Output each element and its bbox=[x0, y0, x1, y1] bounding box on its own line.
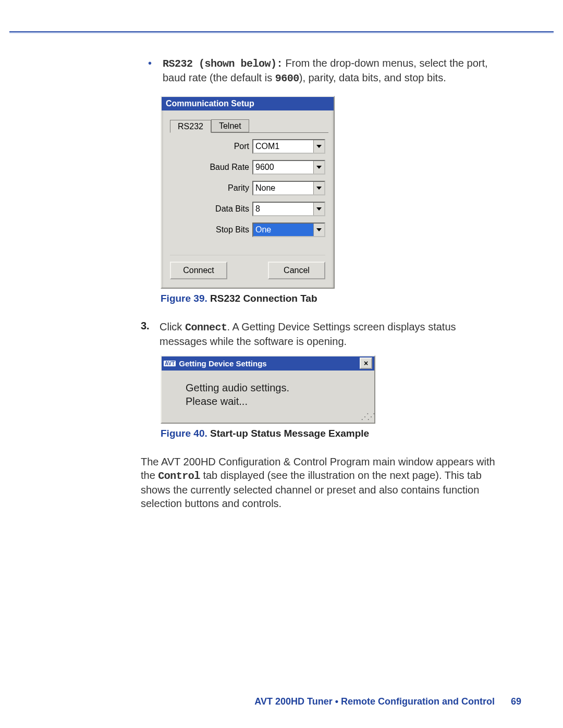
combo-stop-bits[interactable]: One bbox=[252, 223, 325, 237]
dialog-titlebar: AVT Getting Device Settings × bbox=[162, 356, 374, 371]
combo-baud-rate-value: 9600 bbox=[253, 161, 313, 174]
bullet-code: 9600 bbox=[275, 72, 299, 84]
chevron-down-icon[interactable] bbox=[313, 161, 324, 174]
tab-telnet[interactable]: Telnet bbox=[211, 119, 249, 132]
cancel-button[interactable]: Cancel bbox=[268, 262, 325, 279]
combo-port[interactable]: COM1 bbox=[252, 139, 325, 154]
row-baud-rate: Baud Rate 9600 bbox=[162, 160, 325, 175]
combo-port-value: COM1 bbox=[253, 140, 313, 153]
label-parity: Parity bbox=[193, 183, 252, 193]
bullet-marker: • bbox=[141, 56, 163, 85]
communication-setup-panel: Communication Setup RS232 Telnet Port CO… bbox=[161, 96, 335, 289]
chevron-down-icon[interactable] bbox=[313, 140, 324, 153]
label-port: Port bbox=[193, 142, 252, 151]
step3-connect-word: Connect bbox=[185, 322, 227, 334]
combo-data-bits-value: 8 bbox=[253, 203, 313, 215]
connect-button[interactable]: Connect bbox=[170, 262, 227, 279]
footer-page: 69 bbox=[511, 696, 521, 707]
dialog-body: Getting audio settings. Please wait... bbox=[162, 371, 374, 423]
dialog-line1: Getting audio settings. bbox=[186, 381, 362, 394]
dialog-title-text: Getting Device Settings bbox=[179, 359, 266, 368]
tab-rs232[interactable]: RS232 bbox=[170, 120, 211, 133]
bullet-lead: RS232 (shown below): bbox=[163, 58, 283, 70]
avt-chip: AVT bbox=[164, 361, 176, 366]
step-3: 3. Click Connect. A Getting Device Setti… bbox=[141, 320, 500, 348]
step-3-marker: 3. bbox=[141, 320, 160, 348]
para-control-word: Control bbox=[158, 470, 200, 482]
chevron-down-icon[interactable] bbox=[313, 224, 324, 236]
combo-parity[interactable]: None bbox=[252, 181, 325, 195]
row-parity: Parity None bbox=[162, 181, 325, 195]
row-data-bits: Data Bits 8 bbox=[162, 202, 325, 216]
page-top-rule bbox=[9, 31, 554, 33]
footer-title: AVT 200HD Tuner • Remote Configuration a… bbox=[254, 696, 495, 707]
page-footer: AVT 200HD Tuner • Remote Configuration a… bbox=[42, 696, 521, 707]
close-icon[interactable]: × bbox=[360, 357, 372, 369]
step-3-text: Click Connect. A Getting Device Settings… bbox=[160, 320, 500, 348]
label-data-bits: Data Bits bbox=[193, 204, 252, 214]
figure-39-text: RS232 Connection Tab bbox=[207, 293, 317, 304]
row-port: Port COM1 bbox=[162, 139, 325, 154]
bullet-text: RS232 (shown below): From the drop-down … bbox=[163, 56, 500, 85]
concluding-paragraph: The AVT 200HD Configuration & Control Pr… bbox=[141, 455, 500, 510]
panel-buttons: Connect Cancel bbox=[170, 255, 325, 279]
resize-grip-icon[interactable]: ⋰⋰ bbox=[361, 412, 373, 422]
step3-before: Click bbox=[160, 321, 185, 332]
combo-parity-value: None bbox=[253, 182, 313, 194]
combo-stop-bits-value: One bbox=[253, 224, 313, 236]
row-stop-bits: Stop Bits One bbox=[162, 223, 325, 237]
combo-baud-rate[interactable]: 9600 bbox=[252, 160, 325, 175]
dialog-line2: Please wait... bbox=[186, 394, 362, 408]
combo-data-bits[interactable]: 8 bbox=[252, 202, 325, 216]
chevron-down-icon[interactable] bbox=[313, 182, 324, 194]
bullet-after-code: ), parity, data bits, and stop bits. bbox=[299, 72, 446, 83]
bullet-rs232: • RS232 (shown below): From the drop-dow… bbox=[141, 56, 500, 85]
figure-40-text: Start-up Status Message Example bbox=[207, 428, 369, 439]
tabs: RS232 Telnet bbox=[170, 118, 328, 133]
label-baud-rate: Baud Rate bbox=[193, 163, 252, 172]
figure-40-label: Figure 40. bbox=[161, 428, 207, 439]
panel-title: Communication Setup bbox=[162, 97, 334, 110]
figure-40-caption: Figure 40. Start-up Status Message Examp… bbox=[161, 428, 500, 439]
page-content: • RS232 (shown below): From the drop-dow… bbox=[141, 56, 500, 510]
figure-39-caption: Figure 39. RS232 Connection Tab bbox=[161, 293, 500, 304]
figure-39-label: Figure 39. bbox=[161, 293, 207, 304]
label-stop-bits: Stop Bits bbox=[193, 225, 252, 235]
getting-device-settings-dialog: AVT Getting Device Settings × Getting au… bbox=[161, 355, 375, 424]
chevron-down-icon[interactable] bbox=[313, 203, 324, 215]
